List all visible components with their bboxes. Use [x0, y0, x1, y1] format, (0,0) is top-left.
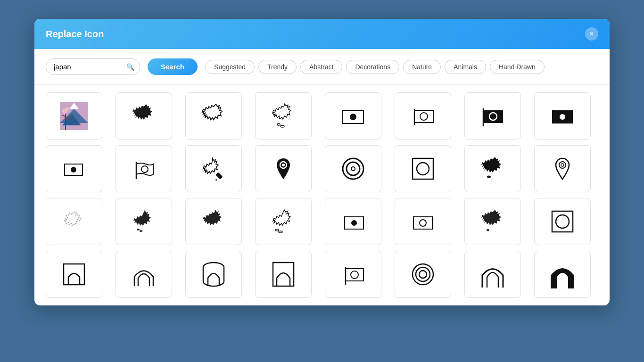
svg-point-44 [80, 218, 82, 220]
icon-square-arch-1[interactable] [46, 251, 102, 298]
svg-point-58 [65, 218, 66, 220]
svg-point-31 [351, 167, 355, 171]
svg-point-9 [277, 123, 280, 125]
svg-point-42 [79, 215, 81, 217]
svg-point-83 [419, 271, 427, 278]
icon-square-circle-small[interactable] [534, 198, 591, 245]
filter-trendy[interactable]: Trendy [258, 60, 297, 74]
icon-target-circle[interactable] [325, 145, 381, 192]
filter-decorations[interactable]: Decorations [346, 60, 399, 74]
icon-square-arch-2[interactable] [185, 251, 242, 298]
svg-point-46 [77, 219, 79, 221]
svg-point-67 [279, 231, 282, 233]
icon-japan-map-solid-1[interactable] [116, 92, 172, 140]
filter-nature[interactable]: Nature [403, 60, 441, 74]
svg-rect-14 [414, 110, 433, 123]
svg-point-37 [73, 213, 74, 214]
icon-japan-map-5[interactable] [116, 198, 172, 245]
icon-japan-map-outline-1[interactable] [185, 92, 242, 140]
svg-rect-25 [215, 172, 223, 180]
svg-point-65 [140, 230, 143, 232]
search-button[interactable]: Search [148, 58, 198, 75]
icon-japan-flag-circle-outline[interactable] [395, 92, 451, 140]
svg-rect-79 [346, 269, 363, 281]
svg-point-59 [67, 217, 68, 219]
close-button[interactable]: × [585, 27, 598, 41]
icon-arch-black[interactable] [534, 251, 591, 298]
svg-rect-32 [413, 158, 433, 179]
svg-point-62 [69, 213, 70, 214]
icon-japan-dots[interactable] [46, 198, 102, 245]
icon-location-pin-outline[interactable] [534, 145, 591, 192]
icon-japan-map-outline-2[interactable] [255, 198, 312, 245]
svg-point-28 [282, 164, 285, 166]
icon-arch-2[interactable] [464, 251, 521, 298]
svg-point-33 [417, 163, 429, 175]
svg-point-4 [65, 107, 69, 111]
search-input[interactable] [46, 58, 140, 75]
icon-japan-flag-small[interactable] [46, 145, 102, 192]
svg-point-22 [71, 167, 76, 173]
svg-point-48 [75, 223, 77, 224]
svg-rect-73 [552, 211, 573, 232]
icon-japan-map-pen[interactable] [185, 145, 242, 192]
icon-japan-map-7[interactable] [464, 198, 521, 245]
svg-point-57 [64, 220, 66, 222]
filter-chips: Suggested Trendy Abstract Decorations Na… [205, 60, 545, 74]
svg-point-39 [76, 213, 78, 214]
filter-suggested[interactable]: Suggested [205, 60, 255, 74]
svg-point-47 [76, 221, 78, 222]
svg-point-72 [487, 229, 489, 231]
svg-point-24 [141, 166, 148, 173]
icon-grid [46, 92, 598, 298]
icon-japan-landscape[interactable] [46, 92, 102, 140]
svg-point-60 [66, 215, 67, 217]
svg-point-61 [68, 214, 69, 216]
svg-rect-77 [273, 263, 294, 286]
icon-japan-flag-black-dot[interactable] [534, 92, 591, 140]
icon-japan-map-detailed[interactable] [255, 92, 312, 140]
svg-point-49 [74, 224, 75, 225]
svg-point-43 [78, 217, 80, 219]
icon-location-pin-circle[interactable] [255, 145, 312, 192]
icon-japan-map-6[interactable] [185, 198, 242, 245]
svg-point-41 [77, 214, 79, 216]
icon-japan-flag-black-circle[interactable] [464, 92, 521, 140]
svg-rect-70 [413, 217, 432, 229]
icon-flag-circle-small[interactable] [395, 198, 451, 245]
svg-point-71 [420, 220, 426, 226]
svg-point-64 [137, 229, 140, 230]
svg-point-36 [561, 164, 564, 166]
svg-point-66 [276, 229, 279, 231]
svg-point-54 [66, 223, 67, 224]
svg-point-74 [556, 215, 569, 228]
filter-abstract[interactable]: Abstract [300, 60, 342, 74]
icon-arch-1[interactable] [116, 251, 172, 298]
svg-point-45 [79, 220, 81, 222]
icon-japan-flag-dot[interactable] [325, 92, 381, 140]
filter-hand-drawn[interactable]: Hand Drawn [490, 60, 545, 74]
svg-point-82 [416, 267, 430, 281]
svg-point-38 [74, 212, 76, 213]
svg-point-51 [71, 223, 72, 224]
svg-point-20 [560, 114, 565, 120]
svg-point-34 [487, 176, 491, 178]
svg-point-53 [68, 222, 69, 223]
overlay: Replace Icon × 🔍 Search Suggested Trendy… [0, 0, 644, 362]
svg-point-63 [71, 214, 72, 215]
icon-flag-dot-small[interactable] [325, 198, 381, 245]
icon-square-arch-3[interactable] [255, 251, 312, 298]
icon-flag-circle-2[interactable] [325, 251, 381, 298]
search-wrapper: 🔍 [46, 58, 140, 75]
modal-header: Replace Icon × [34, 19, 610, 49]
search-icon: 🔍 [126, 63, 134, 71]
icon-japan-flag-wave[interactable] [116, 145, 172, 192]
icon-japan-map-4[interactable] [464, 145, 521, 192]
icon-target-rings[interactable] [395, 251, 451, 298]
svg-rect-75 [64, 264, 84, 285]
svg-rect-76 [203, 263, 224, 286]
filter-animals[interactable]: Animals [445, 60, 486, 74]
icon-grid-container [34, 85, 610, 305]
modal-title: Replace Icon [46, 29, 104, 40]
icon-square-circle-outline[interactable] [395, 145, 451, 192]
